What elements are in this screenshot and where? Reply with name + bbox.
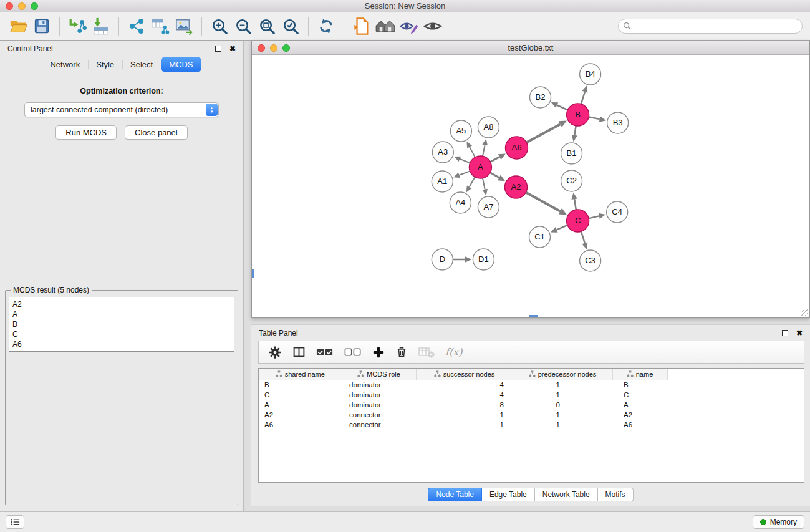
table-row[interactable]: A6connector11A6 xyxy=(259,420,804,430)
table-row[interactable]: Bdominator41B xyxy=(259,380,804,390)
refresh-view-button[interactable] xyxy=(314,15,338,37)
table-cell[interactable]: C xyxy=(612,390,667,400)
column-header-shared-name[interactable]: shared name xyxy=(259,369,342,380)
graph-node-D[interactable]: D xyxy=(432,249,453,270)
select-all-rows-button[interactable] xyxy=(316,346,334,359)
graph-node-A3[interactable]: A3 xyxy=(432,142,453,163)
close-panel-button[interactable]: Close panel xyxy=(125,125,188,140)
function-builder-button[interactable]: f(x) xyxy=(445,346,462,358)
new-network-button[interactable] xyxy=(125,15,148,37)
tab-network[interactable]: Network xyxy=(42,57,88,72)
graph-edge-A-A1[interactable] xyxy=(459,171,470,175)
graph-edge-C-C4[interactable] xyxy=(589,216,599,218)
table-cell[interactable]: dominator xyxy=(342,380,416,390)
graph-node-A8[interactable]: A8 xyxy=(478,117,499,138)
column-header-name[interactable]: name xyxy=(612,369,667,380)
resize-grip[interactable] xyxy=(801,309,809,317)
close-table-panel-icon[interactable]: ✖ xyxy=(796,329,803,337)
table-cell[interactable]: dominator xyxy=(342,400,416,410)
zoom-in-button[interactable] xyxy=(208,15,231,37)
graph-edge-A-A2[interactable] xyxy=(490,173,499,178)
graph-node-D1[interactable]: D1 xyxy=(473,249,494,270)
tab-mcds[interactable]: MCDS xyxy=(161,57,201,72)
deselect-all-rows-button[interactable] xyxy=(344,346,362,359)
column-sort-icon[interactable] xyxy=(276,370,282,377)
table-cell[interactable]: connector xyxy=(342,410,416,420)
zoom-selected-button[interactable] xyxy=(279,15,302,37)
graph-node-B[interactable]: B xyxy=(567,104,589,126)
delete-column-button[interactable] xyxy=(395,346,408,359)
graph-edge-B-B2[interactable] xyxy=(557,105,567,110)
graph-edge-A6-B[interactable] xyxy=(526,124,560,142)
table-cell[interactable]: 4 xyxy=(416,380,513,390)
home-view-button[interactable] xyxy=(374,15,397,37)
graph-node-B3[interactable]: B3 xyxy=(607,112,629,133)
delete-table-button[interactable] xyxy=(418,346,435,359)
mcds-result-item[interactable]: A6 xyxy=(12,339,231,349)
import-table-button[interactable] xyxy=(89,15,113,37)
table-cell[interactable]: connector xyxy=(342,420,416,430)
table-cell[interactable]: 8 xyxy=(416,400,513,410)
search-input[interactable] xyxy=(618,19,803,34)
run-mcds-button[interactable]: Run MCDS xyxy=(55,125,117,140)
graph-edge-B-B4[interactable] xyxy=(581,92,585,104)
table-row[interactable]: Cdominator41C xyxy=(259,390,804,400)
zoom-network-window-button[interactable] xyxy=(282,44,290,52)
import-network-button[interactable] xyxy=(65,15,89,37)
table-cell[interactable]: dominator xyxy=(342,390,416,400)
mcds-result-item[interactable]: B xyxy=(12,319,231,329)
graph-node-C[interactable]: C xyxy=(567,210,589,232)
table-cell[interactable]: 1 xyxy=(416,410,513,420)
table-cell[interactable]: B xyxy=(612,380,667,390)
column-header-successor-nodes[interactable]: successor nodes xyxy=(416,369,513,380)
zoom-window-button[interactable] xyxy=(31,2,38,10)
tab-select[interactable]: Select xyxy=(122,57,161,72)
column-header-mcds-role[interactable]: MCDS role xyxy=(342,369,416,380)
select-stepper-icon[interactable]: ▲▼ xyxy=(206,104,218,116)
column-header-predecessor-nodes[interactable]: predecessor nodes xyxy=(513,369,612,380)
graph-node-C2[interactable]: C2 xyxy=(561,170,582,191)
graph-node-B4[interactable]: B4 xyxy=(580,64,601,85)
network-canvas[interactable]: B4B2BB3A5A8A6B1A3AC2A1A2A4A7C4CC1C3DD1 xyxy=(252,55,809,317)
graph-edge-C-C1[interactable] xyxy=(557,225,567,230)
table-cell[interactable]: A2 xyxy=(612,410,667,420)
graph-node-B2[interactable]: B2 xyxy=(529,87,551,108)
float-table-panel-icon[interactable] xyxy=(782,330,788,336)
new-network-from-table-button[interactable] xyxy=(148,15,172,37)
table-cell[interactable]: 1 xyxy=(513,390,612,400)
graph-edge-A-A6[interactable] xyxy=(490,157,499,162)
table-cell[interactable]: A6 xyxy=(612,420,667,430)
table-row[interactable]: A2connector11A2 xyxy=(259,410,804,420)
graph-node-A5[interactable]: A5 xyxy=(450,120,471,142)
close-network-window-button[interactable] xyxy=(258,44,265,52)
open-file-button[interactable] xyxy=(350,15,374,37)
task-history-button[interactable] xyxy=(6,515,24,529)
mcds-result-item[interactable]: A2 xyxy=(12,299,231,309)
graph-node-B1[interactable]: B1 xyxy=(561,143,582,164)
table-cell[interactable]: A6 xyxy=(259,420,342,430)
table-cell[interactable]: 0 xyxy=(513,400,612,410)
graph-edge-C-C3[interactable] xyxy=(581,231,585,243)
zoom-out-button[interactable] xyxy=(231,15,255,37)
float-panel-icon[interactable] xyxy=(215,46,221,52)
memory-button[interactable]: Memory xyxy=(753,515,804,529)
graph-edge-B-B1[interactable] xyxy=(574,126,576,135)
network-window-titlebar[interactable]: testGlobe.txt xyxy=(252,41,809,55)
column-sort-icon[interactable] xyxy=(529,370,536,377)
create-column-button[interactable] xyxy=(372,346,385,359)
graph-node-C4[interactable]: C4 xyxy=(607,201,628,223)
annotation-visibility-button[interactable] xyxy=(397,15,421,37)
table-cell[interactable]: 1 xyxy=(513,410,612,420)
column-sort-icon[interactable] xyxy=(357,370,364,377)
close-window-button[interactable] xyxy=(6,2,13,10)
vertical-scrollbar-thumb[interactable] xyxy=(252,269,254,278)
save-session-button[interactable] xyxy=(30,15,54,37)
column-sort-icon[interactable] xyxy=(627,370,634,377)
tab-motifs[interactable]: Motifs xyxy=(598,488,634,501)
table-cell[interactable]: A xyxy=(259,400,342,410)
graph-edge-A-A7[interactable] xyxy=(483,178,485,190)
show-columns-button[interactable] xyxy=(292,346,306,359)
table-cell[interactable]: 4 xyxy=(416,390,513,400)
table-cell[interactable]: 1 xyxy=(513,420,612,430)
graph-node-A7[interactable]: A7 xyxy=(478,196,499,218)
